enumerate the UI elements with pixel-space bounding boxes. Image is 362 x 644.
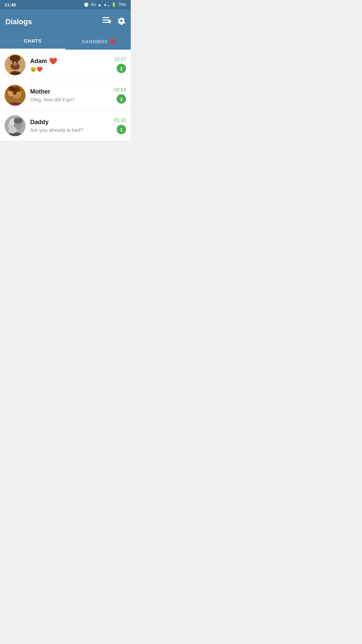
signal-icon: ▲ — [98, 2, 102, 7]
chat-meta-adam: 12:17 1 — [114, 56, 126, 73]
svg-point-12 — [13, 63, 17, 66]
chat-name-row-adam: Adam ❤️ — [30, 57, 114, 65]
header-actions — [103, 17, 125, 27]
adam-name-emoji: ❤️ — [49, 57, 57, 65]
status-icons: 🕐 4G ▲ ▲✕ 🔋 75% — [84, 2, 126, 7]
header: Dialogs — [0, 9, 131, 33]
tab-sandbox-label: SANDBOX — [81, 39, 108, 44]
chat-name-row-daddy: Daddy — [30, 119, 114, 126]
svg-rect-0 — [103, 17, 109, 18]
tab-chats[interactable]: CHATS — [0, 33, 65, 50]
chat-content-adam: Adam ❤️ 😉❤️ — [30, 57, 114, 72]
status-bar: 11:49 🕐 4G ▲ ▲✕ 🔋 75% — [0, 0, 131, 9]
svg-point-30 — [14, 118, 22, 124]
avatar-mother — [5, 85, 25, 106]
chat-meta-mother: 02:54 1 — [114, 87, 126, 104]
chat-name-daddy: Daddy — [30, 119, 49, 126]
page-title: Dialogs — [5, 17, 32, 26]
chat-content-daddy: Daddy Are you already in bed? — [30, 119, 114, 133]
avatar-adam — [5, 54, 25, 75]
unread-badge-mother: 1 — [117, 94, 126, 104]
chat-preview-adam: 😉❤️ — [30, 66, 114, 72]
svg-point-32 — [9, 127, 17, 133]
svg-rect-4 — [108, 21, 111, 22]
battery-icon: 🔋 — [111, 2, 116, 7]
alarm-icon: 🕐 — [84, 2, 89, 7]
svg-point-11 — [16, 62, 18, 63]
chat-item-mother[interactable]: Mother Oleg, how did it go? 02:54 1 — [0, 80, 131, 111]
tabs-bar: CHATS SANDBOX — [0, 33, 131, 50]
settings-icon[interactable] — [117, 17, 125, 27]
tab-chats-label: CHATS — [24, 38, 42, 44]
chat-content-mother: Mother Oleg, how did it go? — [30, 88, 114, 102]
chat-meta-daddy: 01:31 1 — [114, 117, 126, 134]
battery-percent: 75% — [118, 2, 126, 7]
network-label: 4G — [90, 2, 96, 7]
chat-name-mother: Mother — [30, 88, 50, 95]
svg-point-10 — [12, 62, 14, 63]
chat-item-adam[interactable]: Adam ❤️ 😉❤️ 12:17 1 — [0, 50, 131, 80]
tab-sandbox[interactable]: SANDBOX — [65, 33, 131, 50]
sandbox-notification-dot — [110, 39, 115, 44]
status-time: 11:49 — [5, 2, 16, 7]
unread-badge-daddy: 1 — [117, 125, 126, 134]
avatar-daddy — [5, 115, 25, 136]
empty-content-area — [0, 141, 131, 275]
signal-x-icon: ▲✕ — [103, 2, 110, 7]
chat-time-adam: 12:17 — [114, 56, 126, 62]
chat-time-mother: 02:54 — [114, 87, 126, 92]
chat-time-daddy: 01:31 — [114, 117, 126, 123]
chat-item-daddy[interactable]: Daddy Are you already in bed? 01:31 1 — [0, 111, 131, 141]
chat-name-row-mother: Mother — [30, 88, 114, 95]
svg-rect-2 — [103, 22, 109, 23]
chat-name-adam: Adam — [30, 58, 47, 65]
unread-badge-adam: 1 — [117, 64, 126, 73]
svg-rect-1 — [103, 19, 109, 20]
chat-preview-mother: Oleg, how did it go? — [30, 97, 114, 102]
chat-preview-daddy: Are you already in bed? — [30, 127, 114, 133]
compose-icon[interactable] — [103, 17, 111, 26]
svg-point-8 — [10, 55, 20, 62]
chat-list: Adam ❤️ 😉❤️ 12:17 1 — [0, 50, 131, 141]
